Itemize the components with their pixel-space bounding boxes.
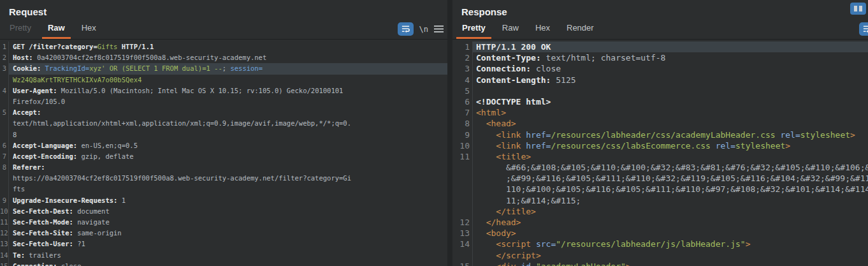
line-number [0, 118, 9, 129]
code-text: Te: trailers [9, 250, 447, 261]
response-tab-raw[interactable]: Raw [496, 20, 524, 39]
code-text: Upgrade-Insecure-Requests: 1 [9, 195, 447, 206]
response-tabbar: Pretty Raw Hex Render [452, 20, 868, 40]
code-line[interactable]: 11;&#114;&#115; [452, 195, 868, 206]
code-line[interactable]: 11Sec-Fetch-Mode: navigate [0, 217, 447, 228]
code-text: Cookie: TrackingId=xyz' OR (SELECT 1 FRO… [9, 63, 447, 74]
code-text: </head> [473, 217, 868, 228]
code-text [473, 85, 868, 96]
code-line[interactable]: </title> [452, 206, 868, 217]
line-number [0, 96, 9, 107]
code-text: Referer: [9, 162, 447, 173]
code-line[interactable]: 14 <script src="/resources/labheader/js/… [452, 239, 868, 249]
code-text: https://0a42003704cf2ef8c017519f00f500a8… [9, 173, 447, 184]
code-line[interactable]: https://0a42003704cf2ef8c017519f00f500a8… [0, 173, 447, 184]
code-line[interactable]: 13Sec-Fetch-User: ?1 [0, 239, 447, 249]
request-tab-hex[interactable]: Hex [76, 20, 102, 39]
line-number [0, 173, 9, 184]
code-line[interactable]: 6<!DOCTYPE html> [452, 96, 868, 107]
code-line[interactable]: 13 <body> [452, 228, 868, 239]
code-line[interactable]: 2Content-Type: text/html; charset=utf-8 [452, 52, 868, 63]
line-number: 10 [452, 140, 473, 151]
code-line[interactable]: 12Sec-Fetch-Site: same-origin [0, 228, 447, 239]
code-line[interactable]: 8 [0, 129, 447, 140]
request-editor[interactable]: 1GET /filter?category=Gifts HTTP/1.12Hos… [0, 40, 447, 266]
request-panel-title: Request [0, 0, 447, 20]
word-wrap-button[interactable] [859, 22, 868, 36]
word-wrap-button[interactable] [398, 22, 414, 36]
line-number: 7 [0, 151, 9, 162]
code-line[interactable]: 1GET /filter?category=Gifts HTTP/1.1 [0, 41, 447, 52]
code-line[interactable]: 10 <link href=/resources/css/labsEcommer… [452, 140, 868, 151]
code-line[interactable]: text/html,application/xhtml+xml,applicat… [0, 118, 447, 129]
code-line[interactable]: 5 [452, 85, 868, 96]
code-line[interactable]: 14Te: trailers [0, 250, 447, 261]
code-line[interactable]: 8Referer: [0, 162, 447, 173]
code-text: <script src="/resources/labheader/js/lab… [473, 239, 868, 249]
code-line[interactable]: 7Accept-Encoding: gzip, deflate [0, 151, 447, 162]
line-number: 1 [0, 41, 9, 52]
code-text: Content-Length: 5125 [473, 75, 868, 85]
code-line[interactable]: 110;&#100;&#105;&#116;&#105;&#111;&#110;… [452, 184, 868, 195]
code-line[interactable]: fts [0, 184, 447, 195]
code-line[interactable]: 3Connection: close [452, 63, 868, 74]
newline-toggle[interactable]: \n [419, 25, 428, 34]
line-number: 6 [452, 96, 473, 107]
request-tab-pretty[interactable]: Pretty [4, 20, 37, 39]
code-line[interactable]: 5Accept: [0, 107, 447, 118]
line-number: 11 [452, 151, 473, 162]
code-text: text/html,application/xhtml+xml,applicat… [9, 118, 447, 129]
code-line[interactable]: Wz24Q8aKrtTRYETHCkIXvA7o00bSQex4 [0, 75, 447, 85]
code-line[interactable]: 15Connection: close [0, 261, 447, 266]
code-text: <html> [473, 107, 868, 118]
code-line[interactable]: 8 <head> [452, 118, 868, 129]
code-text: Accept-Encoding: gzip, deflate [9, 151, 447, 162]
line-number [452, 195, 473, 206]
line-number: 4 [0, 85, 9, 96]
code-text: 11;&#114;&#115; [473, 195, 868, 206]
code-text: Host: 0a42003704cf2ef8c017519f00f500a8.w… [9, 52, 447, 63]
code-text: Content-Type: text/html; charset=utf-8 [473, 52, 868, 63]
layout-columns-button[interactable] [850, 3, 866, 15]
line-number: 13 [0, 239, 9, 249]
code-line[interactable]: 11 <title> [452, 151, 868, 162]
response-tab-hex[interactable]: Hex [530, 20, 556, 39]
code-line[interactable]: 9 <link href=/resources/labheader/css/ac… [452, 129, 868, 140]
line-number [0, 75, 9, 85]
code-text: <body> [473, 228, 868, 239]
code-line[interactable]: </script> [452, 250, 868, 261]
response-tab-render[interactable]: Render [561, 20, 600, 39]
code-line[interactable]: 6Accept-Language: en-US,en;q=0.5 [0, 140, 447, 151]
code-line[interactable]: &#66;&#108;&#105;&#110;&#100;&#32;&#83;&… [452, 162, 868, 173]
code-text: GET /filter?category=Gifts HTTP/1.1 [9, 41, 447, 52]
code-line[interactable]: ;&#99;&#116;&#105;&#111;&#110;&#32;&#119… [452, 173, 868, 184]
line-number: 2 [452, 52, 473, 63]
code-line[interactable]: 1HTTP/1.1 200 OK [452, 41, 868, 52]
request-tabbar: Pretty Raw Hex \n [0, 20, 447, 40]
request-tab-raw[interactable]: Raw [42, 20, 71, 39]
code-text: <!DOCTYPE html> [473, 96, 868, 107]
response-editor[interactable]: 1HTTP/1.1 200 OK2Content-Type: text/html… [452, 40, 868, 266]
line-number [452, 206, 473, 217]
editor-menu-button[interactable] [434, 25, 444, 33]
line-number [452, 250, 473, 261]
code-line[interactable]: 4User-Agent: Mozilla/5.0 (Macintosh; Int… [0, 85, 447, 96]
line-number: 9 [0, 195, 9, 206]
code-line[interactable]: 9Upgrade-Insecure-Requests: 1 [0, 195, 447, 206]
code-text: <head> [473, 118, 868, 129]
code-line[interactable]: Firefox/105.0 [0, 96, 447, 107]
code-text: Sec-Fetch-User: ?1 [9, 239, 447, 249]
response-tab-pretty[interactable]: Pretty [456, 20, 491, 39]
code-line[interactable]: 10Sec-Fetch-Dest: document [0, 206, 447, 217]
code-line[interactable]: 2Host: 0a42003704cf2ef8c017519f00f500a8.… [0, 52, 447, 63]
code-line[interactable]: 15 <div id="academyLabHeader"> [452, 261, 868, 266]
code-line[interactable]: 4Content-Length: 5125 [452, 75, 868, 85]
response-panel-title: Response [452, 0, 868, 20]
code-line[interactable]: 7<html> [452, 107, 868, 118]
code-line[interactable]: 12 </head> [452, 217, 868, 228]
code-line[interactable]: 3Cookie: TrackingId=xyz' OR (SELECT 1 FR… [0, 63, 447, 74]
code-text: User-Agent: Mozilla/5.0 (Macintosh; Inte… [9, 85, 447, 96]
line-number: 9 [452, 129, 473, 140]
line-number: 2 [0, 52, 9, 63]
code-text: 8 [9, 129, 447, 140]
